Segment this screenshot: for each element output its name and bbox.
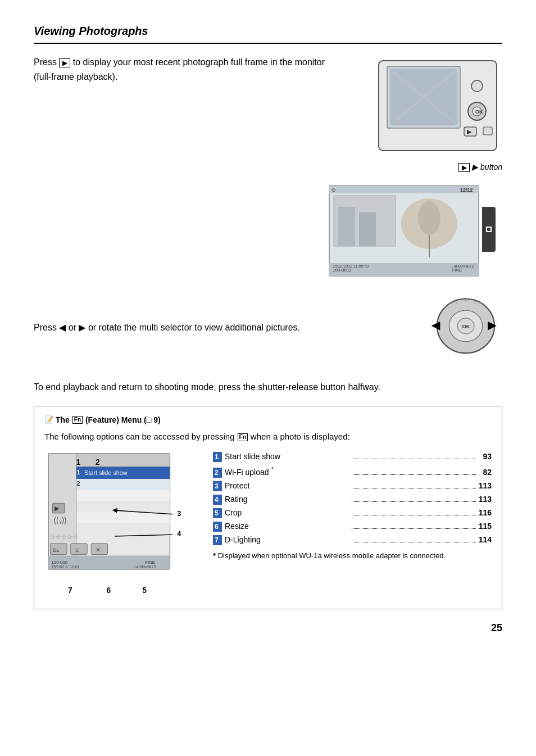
svg-text:▶: ▶ — [467, 128, 472, 135]
playback-screen-diagram: 100-0012 15/10/2013 11:05:43 FINE □4000×… — [328, 184, 480, 277]
svg-point-5 — [471, 80, 483, 92]
multi-selector-diagram: OK ◀ ▶ — [429, 292, 502, 364]
svg-rect-15 — [338, 207, 355, 246]
svg-rect-13 — [329, 185, 479, 193]
menu-item-1: 1 Start slide show 93 — [213, 451, 492, 463]
svg-text:5: 5 — [142, 586, 147, 595]
svg-text:☆☆☆☆☆: ☆☆☆☆☆ — [50, 533, 78, 540]
camera-back-section: OK ▶ ▶ ▶ button — [356, 55, 502, 173]
svg-text:15/10/2 ⊙ 10:01:: 15/10/2 ⊙ 10:01: — [51, 565, 80, 569]
menu-note: * Displayed when optional WU-1a wireless… — [213, 550, 492, 562]
svg-text:□4000×3072: □4000×3072 — [452, 264, 474, 268]
svg-text:((ᵧ)): ((ᵧ)) — [53, 516, 66, 524]
menu-item-4: 4 Rating 113 — [213, 494, 492, 505]
feature-box: 📝 The Fn (Feature) Menu (□ 9) The follow… — [34, 406, 502, 609]
svg-text:□4000×3072: □4000×3072 — [134, 565, 156, 569]
playback-screen-wrapper: 100-0012 15/10/2013 11:05:43 FINE □4000×… — [34, 184, 502, 281]
svg-text:100-000: 100-000 — [51, 560, 67, 565]
svg-text:6: 6 — [107, 586, 111, 595]
svg-text:1: 1 — [76, 458, 81, 467]
svg-rect-11 — [483, 127, 492, 135]
svg-text:4: 4 — [177, 529, 181, 538]
svg-point-18 — [418, 201, 440, 235]
page-number: 25 — [34, 621, 502, 636]
feature-menu-list: 1 Start slide show 93 2 Wi-Fi upload * 8… — [213, 451, 492, 601]
feature-box-title: 📝 The Fn (Feature) Menu (□ 9) — [44, 414, 492, 426]
svg-text:Start slide show: Start slide show — [84, 469, 127, 476]
svg-rect-28 — [487, 228, 490, 231]
svg-text:7: 7 — [68, 586, 72, 595]
svg-text:⊙: ⊙ — [331, 187, 336, 193]
camera-back-diagram: OK ▶ — [373, 55, 502, 159]
svg-text:100-0012: 100-0012 — [333, 268, 352, 273]
feature-box-content: Start slide show ▶ ((ᵧ)) ☆☆☆☆☆ — [44, 451, 492, 601]
svg-text:FINE: FINE — [452, 268, 462, 273]
svg-text:2: 2 — [96, 458, 100, 467]
feature-menu-diagram: Start slide show ▶ ((ᵧ)) ☆☆☆☆☆ — [44, 451, 202, 601]
section2-text: Press ◀ or ▶ or rotate the multi selecto… — [34, 320, 412, 335]
svg-text:⊡: ⊡ — [75, 547, 80, 553]
menu-item-2: 2 Wi-Fi upload * 82 — [213, 464, 492, 478]
svg-text:◀: ◀ — [431, 319, 440, 331]
svg-text:FINE: FINE — [145, 560, 155, 565]
svg-text:15/10/2013  11:05:43: 15/10/2013 11:05:43 — [333, 264, 369, 268]
svg-text:3: 3 — [177, 509, 181, 518]
menu-item-6: 6 Resize 115 — [213, 520, 492, 532]
svg-text:2: 2 — [77, 480, 80, 487]
svg-text:1: 1 — [77, 469, 80, 476]
menu-item-7: 7 D-Lighting 114 — [213, 534, 492, 546]
section2: Press ◀ or ▶ or rotate the multi selecto… — [34, 292, 502, 364]
svg-text:12/12: 12/12 — [460, 187, 473, 193]
svg-text:OK: OK — [462, 323, 470, 329]
svg-text:OK: OK — [475, 109, 483, 115]
section1-text: Press ▶ to display your most recent phot… — [34, 55, 339, 84]
svg-text:✕: ✕ — [96, 546, 101, 553]
menu-item-3: 3 Protect 113 — [213, 480, 492, 492]
svg-text:▶: ▶ — [54, 505, 60, 511]
section3-text: To end playback and return to shooting m… — [34, 380, 502, 395]
svg-text:B₁: B₁ — [53, 547, 59, 553]
multi-selector-svg: OK ◀ ▶ — [429, 292, 502, 360]
page-title: Viewing Photographs — [34, 22, 502, 44]
menu-item-5: 5 Crop 116 — [213, 507, 492, 519]
button-label: ▶ ▶ button — [356, 161, 502, 173]
feature-menu-svg: Start slide show ▶ ((ᵧ)) ☆☆☆☆☆ — [44, 451, 202, 597]
svg-rect-16 — [359, 212, 376, 246]
svg-text:▶: ▶ — [488, 319, 497, 331]
feature-box-subtitle: The following options can be accessed by… — [44, 431, 492, 443]
